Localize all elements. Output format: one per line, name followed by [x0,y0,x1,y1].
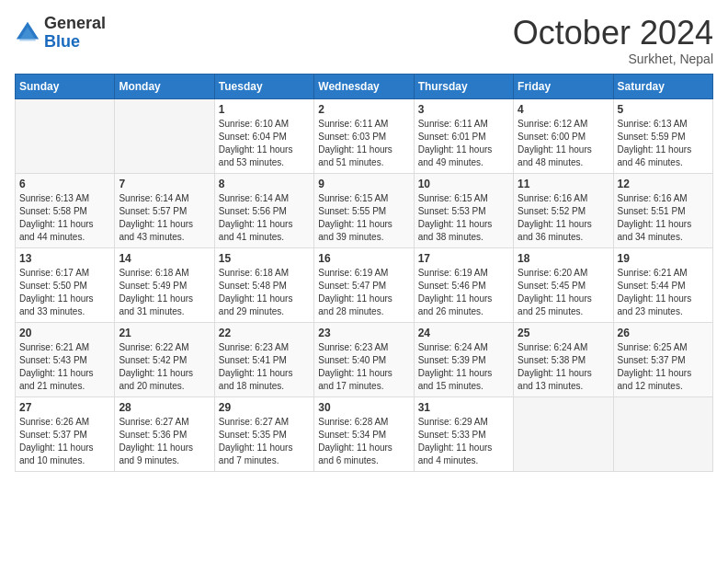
calendar-cell [514,396,613,471]
calendar-table: SundayMondayTuesdayWednesdayThursdayFrid… [15,74,713,472]
day-info: Sunrise: 6:12 AMSunset: 6:00 PMDaylight:… [518,118,609,169]
day-info: Sunrise: 6:29 AMSunset: 5:33 PMDaylight:… [418,416,509,467]
day-number: 31 [418,401,509,414]
day-number: 25 [518,327,609,339]
day-number: 21 [119,327,210,339]
calendar-cell: 19Sunrise: 6:21 AMSunset: 5:44 PMDayligh… [613,247,712,322]
logo-text: General Blue [44,15,106,52]
day-number: 30 [318,401,409,414]
day-info: Sunrise: 6:15 AMSunset: 5:55 PMDaylight:… [318,192,409,244]
day-number: 8 [219,178,310,190]
day-info: Sunrise: 6:14 AMSunset: 5:57 PMDaylight:… [119,192,210,244]
calendar-cell: 21Sunrise: 6:22 AMSunset: 5:42 PMDayligh… [115,322,214,396]
day-number: 22 [219,327,310,339]
weekday-header: Friday [514,74,613,98]
day-info: Sunrise: 6:27 AMSunset: 5:36 PMDaylight:… [119,416,210,467]
title-block: October 2024 Surkhet, Nepal [513,15,713,66]
day-info: Sunrise: 6:18 AMSunset: 5:49 PMDaylight:… [119,267,210,318]
day-number: 10 [418,178,509,190]
calendar-cell: 28Sunrise: 6:27 AMSunset: 5:36 PMDayligh… [115,396,214,471]
calendar-cell: 22Sunrise: 6:23 AMSunset: 5:41 PMDayligh… [214,322,313,396]
day-info: Sunrise: 6:19 AMSunset: 5:46 PMDaylight:… [418,267,509,318]
calendar-cell: 14Sunrise: 6:18 AMSunset: 5:49 PMDayligh… [115,247,214,322]
calendar-cell [115,98,214,173]
calendar-cell: 6Sunrise: 6:13 AMSunset: 5:58 PMDaylight… [16,173,115,247]
day-number: 19 [618,252,709,265]
day-number: 3 [418,103,509,116]
day-number: 11 [518,178,609,190]
day-info: Sunrise: 6:16 AMSunset: 5:51 PMDaylight:… [618,192,709,244]
day-number: 20 [19,327,110,339]
day-info: Sunrise: 6:13 AMSunset: 5:58 PMDaylight:… [19,192,110,244]
day-number: 7 [119,178,210,190]
calendar-cell: 16Sunrise: 6:19 AMSunset: 5:47 PMDayligh… [314,247,414,322]
day-info: Sunrise: 6:16 AMSunset: 5:52 PMDaylight:… [518,192,609,244]
calendar-cell: 3Sunrise: 6:11 AMSunset: 6:01 PMDaylight… [414,98,513,173]
calendar-cell: 7Sunrise: 6:14 AMSunset: 5:57 PMDaylight… [115,173,214,247]
calendar-cell: 17Sunrise: 6:19 AMSunset: 5:46 PMDayligh… [414,247,513,322]
calendar-cell: 2Sunrise: 6:11 AMSunset: 6:03 PMDaylight… [314,98,414,173]
day-info: Sunrise: 6:11 AMSunset: 6:01 PMDaylight:… [418,118,509,169]
day-info: Sunrise: 6:24 AMSunset: 5:38 PMDaylight:… [518,341,609,393]
calendar-cell [16,98,115,173]
calendar-cell: 31Sunrise: 6:29 AMSunset: 5:33 PMDayligh… [414,396,513,471]
day-number: 15 [219,252,310,265]
day-number: 12 [618,178,709,190]
day-number: 9 [318,178,409,190]
calendar-cell: 25Sunrise: 6:24 AMSunset: 5:38 PMDayligh… [514,322,613,396]
weekday-header: Saturday [613,74,712,98]
calendar-cell: 9Sunrise: 6:15 AMSunset: 5:55 PMDaylight… [314,173,414,247]
logo-general: General [44,15,106,33]
day-info: Sunrise: 6:21 AMSunset: 5:44 PMDaylight:… [618,267,709,318]
day-info: Sunrise: 6:17 AMSunset: 5:50 PMDaylight:… [19,267,110,318]
day-number: 6 [19,178,110,190]
weekday-header: Wednesday [314,74,414,98]
calendar-cell: 1Sunrise: 6:10 AMSunset: 6:04 PMDaylight… [214,98,313,173]
calendar-cell: 30Sunrise: 6:28 AMSunset: 5:34 PMDayligh… [314,396,414,471]
month-title: October 2024 [513,15,713,52]
day-info: Sunrise: 6:28 AMSunset: 5:34 PMDaylight:… [318,416,409,467]
location-subtitle: Surkhet, Nepal [513,52,713,66]
day-info: Sunrise: 6:18 AMSunset: 5:48 PMDaylight:… [219,267,310,318]
calendar-cell: 24Sunrise: 6:24 AMSunset: 5:39 PMDayligh… [414,322,513,396]
calendar-cell: 12Sunrise: 6:16 AMSunset: 5:51 PMDayligh… [613,173,712,247]
calendar-week-row: 20Sunrise: 6:21 AMSunset: 5:43 PMDayligh… [16,322,713,396]
weekday-header: Sunday [16,74,115,98]
calendar-cell: 10Sunrise: 6:15 AMSunset: 5:53 PMDayligh… [414,173,513,247]
calendar-week-row: 6Sunrise: 6:13 AMSunset: 5:58 PMDaylight… [16,173,713,247]
day-number: 17 [418,252,509,265]
day-number: 13 [19,252,110,265]
day-info: Sunrise: 6:14 AMSunset: 5:56 PMDaylight:… [219,192,310,244]
day-info: Sunrise: 6:19 AMSunset: 5:47 PMDaylight:… [318,267,409,318]
calendar-cell [613,396,712,471]
weekday-header: Monday [115,74,214,98]
logo-icon [15,20,40,46]
day-number: 2 [318,103,409,116]
calendar-cell: 26Sunrise: 6:25 AMSunset: 5:37 PMDayligh… [613,322,712,396]
day-info: Sunrise: 6:27 AMSunset: 5:35 PMDaylight:… [219,416,310,467]
day-number: 18 [518,252,609,265]
day-info: Sunrise: 6:22 AMSunset: 5:42 PMDaylight:… [119,341,210,393]
weekday-row: SundayMondayTuesdayWednesdayThursdayFrid… [16,74,713,98]
calendar-cell: 13Sunrise: 6:17 AMSunset: 5:50 PMDayligh… [16,247,115,322]
calendar-cell: 18Sunrise: 6:20 AMSunset: 5:45 PMDayligh… [514,247,613,322]
day-number: 27 [19,401,110,414]
day-info: Sunrise: 6:10 AMSunset: 6:04 PMDaylight:… [219,118,310,169]
day-number: 24 [418,327,509,339]
weekday-header: Tuesday [214,74,313,98]
calendar-cell: 11Sunrise: 6:16 AMSunset: 5:52 PMDayligh… [514,173,613,247]
logo-blue: Blue [44,33,106,52]
calendar-cell: 29Sunrise: 6:27 AMSunset: 5:35 PMDayligh… [214,396,313,471]
calendar-cell: 15Sunrise: 6:18 AMSunset: 5:48 PMDayligh… [214,247,313,322]
day-info: Sunrise: 6:26 AMSunset: 5:37 PMDaylight:… [19,416,110,467]
calendar-cell: 23Sunrise: 6:23 AMSunset: 5:40 PMDayligh… [314,322,414,396]
calendar-cell: 20Sunrise: 6:21 AMSunset: 5:43 PMDayligh… [16,322,115,396]
day-number: 1 [219,103,310,116]
day-number: 5 [618,103,709,116]
calendar-header: SundayMondayTuesdayWednesdayThursdayFrid… [16,74,713,98]
day-info: Sunrise: 6:23 AMSunset: 5:40 PMDaylight:… [318,341,409,393]
calendar-cell: 8Sunrise: 6:14 AMSunset: 5:56 PMDaylight… [214,173,313,247]
calendar-cell: 27Sunrise: 6:26 AMSunset: 5:37 PMDayligh… [16,396,115,471]
weekday-header: Thursday [414,74,513,98]
calendar-week-row: 27Sunrise: 6:26 AMSunset: 5:37 PMDayligh… [16,396,713,471]
